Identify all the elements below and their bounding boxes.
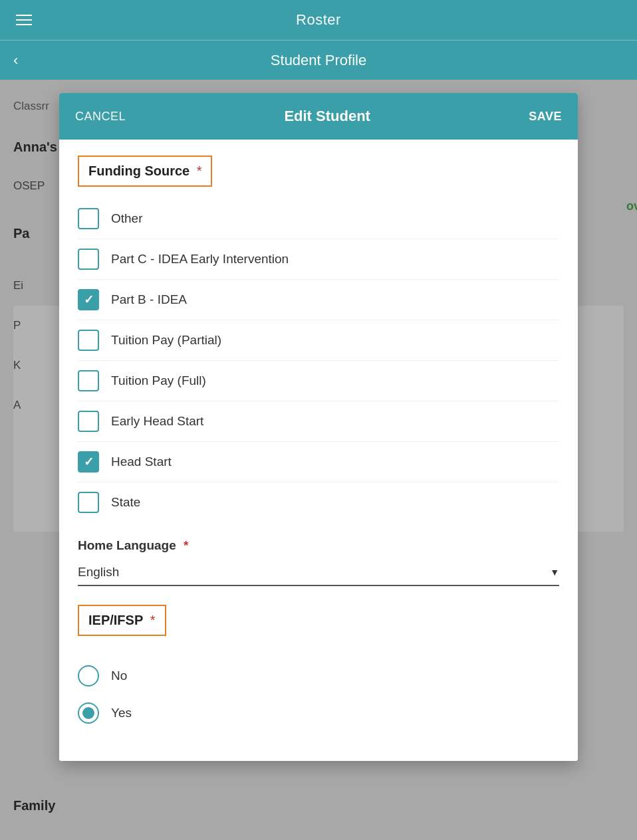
app-title: Roster <box>296 11 341 29</box>
funding-source-section-header: Funding Source * <box>78 156 212 187</box>
iep-ifsp-radio-list: No Yes <box>78 657 559 732</box>
home-language-required: * <box>184 538 188 552</box>
checkbox-state[interactable] <box>78 492 99 513</box>
funding-source-required: * <box>197 163 202 178</box>
checkbox-row-early-head-start: Early Head Start <box>78 401 559 442</box>
iep-ifsp-section-header: IEP/IFSP * <box>78 605 166 636</box>
radio-label-yes: Yes <box>111 706 132 720</box>
checkbox-other[interactable] <box>78 208 99 229</box>
radio-row-no: No <box>78 657 559 694</box>
iep-ifsp-required: * <box>150 613 156 627</box>
checkbox-row-tuition-partial: Tuition Pay (Partial) <box>78 320 559 361</box>
sub-header: ‹ Student Profile <box>0 40 637 80</box>
checkbox-row-head-start: ✓ Head Start <box>78 442 559 482</box>
chevron-down-icon: ▼ <box>550 567 559 578</box>
checkbox-row-part-c: Part C - IDEA Early Intervention <box>78 239 559 280</box>
checkbox-part-b[interactable]: ✓ <box>78 289 99 310</box>
checkbox-label-other: Other <box>111 211 143 226</box>
radio-no[interactable] <box>78 665 99 686</box>
checkmark-part-b: ✓ <box>84 292 94 307</box>
checkbox-tuition-full[interactable] <box>78 370 99 391</box>
checkbox-head-start[interactable]: ✓ <box>78 451 99 472</box>
home-language-heading: Home Language * <box>78 538 559 553</box>
checkbox-label-tuition-full: Tuition Pay (Full) <box>111 373 206 388</box>
checkbox-row-part-b: ✓ Part B - IDEA <box>78 280 559 320</box>
radio-row-yes: Yes <box>78 694 559 732</box>
checkbox-label-part-b: Part B - IDEA <box>111 292 187 307</box>
checkmark-head-start: ✓ <box>84 455 94 469</box>
home-language-value: English <box>78 565 119 579</box>
iep-ifsp-section: IEP/IFSP * No Yes <box>78 605 559 732</box>
modal-header: CANCEL Edit Student SAVE <box>59 93 578 140</box>
modal-body: Funding Source * Other Part C - IDEA Ear… <box>59 140 578 761</box>
modal-title: Edit Student <box>284 108 370 125</box>
radio-label-no: No <box>111 669 127 683</box>
funding-source-checkbox-list: Other Part C - IDEA Early Intervention ✓… <box>78 199 559 522</box>
checkbox-row-state: State <box>78 482 559 522</box>
menu-icon[interactable] <box>16 15 32 25</box>
checkbox-early-head-start[interactable] <box>78 411 99 432</box>
checkbox-part-c[interactable] <box>78 249 99 270</box>
checkbox-row-tuition-full: Tuition Pay (Full) <box>78 361 559 401</box>
checkbox-label-tuition-partial: Tuition Pay (Partial) <box>111 333 221 348</box>
radio-yes[interactable] <box>78 702 99 724</box>
checkbox-tuition-partial[interactable] <box>78 330 99 351</box>
save-button[interactable]: SAVE <box>529 110 562 124</box>
iep-ifsp-label: IEP/IFSP <box>88 613 143 627</box>
modal-overlay: CANCEL Edit Student SAVE Funding Source … <box>0 80 637 840</box>
edit-student-modal: CANCEL Edit Student SAVE Funding Source … <box>59 93 578 761</box>
cancel-button[interactable]: CANCEL <box>75 110 126 124</box>
checkbox-label-early-head-start: Early Head Start <box>111 414 203 429</box>
checkbox-label-part-c: Part C - IDEA Early Intervention <box>111 252 289 266</box>
home-language-dropdown[interactable]: English ▼ <box>78 560 559 586</box>
home-language-section: Home Language * English ▼ <box>78 538 559 586</box>
back-button[interactable]: ‹ <box>13 52 18 69</box>
checkbox-row-other: Other <box>78 199 559 239</box>
checkbox-label-state: State <box>111 495 140 510</box>
funding-source-label: Funding Source <box>88 163 190 178</box>
top-header: Roster <box>0 0 637 40</box>
page-title: Student Profile <box>271 52 366 69</box>
checkbox-label-head-start: Head Start <box>111 455 172 469</box>
